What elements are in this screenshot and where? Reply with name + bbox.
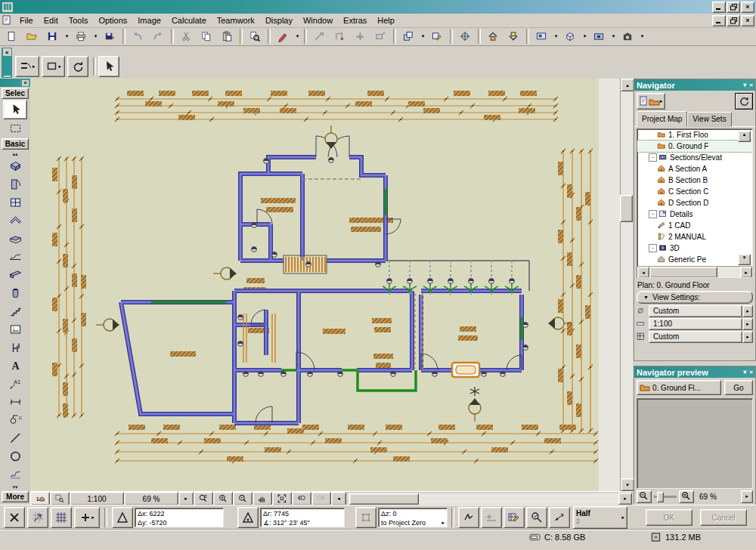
pager-icon[interactable]: ▸ [178, 492, 194, 505]
collapse-chevron-icon[interactable]: ▾▾ [4, 484, 26, 490]
snap-grid-combo[interactable]: Half 2 ▸ [573, 506, 627, 529]
snap-points-button[interactable] [549, 507, 570, 528]
tree-item-sections-elevat[interactable]: -Sections/Elevat [637, 152, 752, 163]
tool-dimension[interactable] [4, 393, 26, 411]
setting-value[interactable]: Custom [649, 331, 742, 343]
menu-help[interactable]: Help [372, 14, 400, 26]
close-icon[interactable]: × [741, 2, 754, 13]
nextzoom-button[interactable] [311, 492, 331, 505]
zoom-button[interactable]: 69 % [124, 492, 178, 505]
tool-slab[interactable] [4, 230, 26, 248]
layers-menu-icon[interactable]: ▾ [419, 28, 427, 45]
origin-button[interactable] [455, 27, 476, 45]
win3d-button[interactable] [589, 27, 609, 45]
tree-h-scroll-thumb[interactable] [649, 267, 717, 278]
floor-plan-canvas[interactable] [30, 79, 620, 491]
tree-item-0-ground-f[interactable]: 0. Ground F [637, 141, 752, 152]
setting-value[interactable]: Custom [649, 305, 742, 317]
tree-item-2-manual[interactable]: 2 MANUAL [637, 231, 752, 243]
navigator-preview-titlebar[interactable]: Navigator preview ▾ × [634, 366, 755, 378]
tool-wall[interactable] [4, 157, 26, 175]
tree-item-generic-pe[interactable]: Generic Pe [637, 254, 752, 265]
horizontal-scrollbar[interactable] [348, 493, 618, 504]
toolbar-close-icon[interactable]: × [3, 48, 11, 56]
proj3d-button[interactable] [560, 27, 581, 45]
redo-button[interactable] [148, 27, 169, 45]
tree-item-a-section-a[interactable]: A Section A [637, 163, 752, 175]
scroll-down-icon[interactable]: ▾ [621, 478, 634, 491]
gravity-button[interactable] [526, 507, 547, 528]
scale-button[interactable]: 1:100 [70, 492, 124, 505]
print-button[interactable] [71, 27, 91, 45]
save-menu-icon[interactable]: ▾ [63, 28, 71, 45]
zoompct-button[interactable] [194, 492, 213, 505]
publish-button[interactable] [100, 27, 120, 45]
toolbar-grip[interactable]: × [2, 48, 12, 78]
vertical-scrollbar[interactable]: ▴ ▾ [620, 79, 633, 491]
refresh-icon[interactable] [735, 93, 753, 110]
cursor-button[interactable] [98, 56, 119, 77]
open-button[interactable] [22, 27, 42, 45]
grid-snap-button[interactable] [27, 507, 48, 528]
menu-options[interactable]: Options [93, 14, 132, 26]
print-menu-icon[interactable]: ▾ [91, 28, 100, 45]
z-coords-button[interactable] [355, 507, 376, 528]
tool-arrow[interactable] [3, 100, 27, 119]
tree-expander-icon[interactable]: - [649, 153, 657, 162]
menu-window[interactable]: Window [298, 14, 338, 26]
menu-image[interactable]: Image [132, 14, 166, 26]
tree-item-3d[interactable]: -3D [637, 243, 752, 254]
view-setting-row[interactable]: Custom▸ [637, 305, 753, 317]
relative-coords-button[interactable] [458, 507, 479, 528]
tool-picture[interactable] [4, 320, 26, 338]
tool-roof[interactable] [4, 212, 26, 230]
layers-button[interactable] [398, 27, 419, 45]
doc-restore-button[interactable] [727, 15, 740, 26]
grid-rotate-button[interactable] [503, 507, 525, 528]
view-setting-row[interactable]: Custom▸ [637, 331, 753, 342]
cut-button[interactable] [176, 27, 197, 45]
tool-marquee[interactable] [4, 119, 26, 138]
menu-teamwork[interactable]: Teamwork [212, 14, 260, 26]
z-coords-field[interactable]: Δz: 0 to Project Zero▸ [378, 508, 448, 527]
wallmethod-button[interactable]: ▸ [15, 56, 39, 77]
go-button[interactable]: Go [724, 380, 753, 395]
grid-display-button[interactable] [51, 507, 72, 528]
preview-menu-icon[interactable]: ▸ [741, 490, 753, 503]
preview-close-icon[interactable]: × [749, 369, 753, 375]
fit-button[interactable] [272, 492, 292, 505]
setting-menu-icon[interactable]: ▸ [742, 331, 753, 343]
pager-icon[interactable]: ◂ [331, 492, 346, 505]
view-settings-bar[interactable]: ▼ View Settings: [637, 291, 753, 304]
tree-item-details[interactable]: -Details [637, 209, 752, 220]
tool-object[interactable] [4, 338, 26, 357]
zoomout-button[interactable] [233, 492, 253, 505]
wallmethod-flyout-icon[interactable]: ▸ [33, 63, 36, 70]
storydown-button[interactable] [503, 27, 524, 45]
setting-menu-icon[interactable]: ▸ [742, 318, 753, 330]
snap-grid-menu-icon[interactable]: ▸ [621, 514, 624, 521]
project-chooser-button[interactable]: ▸ [637, 93, 665, 110]
menu-calculate[interactable]: Calculate [166, 14, 212, 26]
rotatemethod-button[interactable] [67, 56, 88, 77]
preview-item-button[interactable]: 0. Ground Fl... [637, 380, 721, 395]
toolbox-more-label[interactable]: More [2, 491, 29, 502]
quicklayers-button[interactable] [427, 27, 448, 45]
tool-leveldim[interactable]: 12 [4, 411, 26, 429]
cancel-button[interactable]: Cancel [700, 509, 747, 526]
expand-chevron-icon[interactable]: ▴▴ [4, 150, 26, 157]
paste-button[interactable] [217, 27, 237, 45]
vertical-scroll-thumb[interactable] [620, 195, 633, 222]
reference-menu-icon[interactable]: ▸ [442, 518, 445, 527]
doc-minimize-button[interactable] [712, 15, 726, 26]
menu-file[interactable]: File [14, 14, 39, 26]
find-button[interactable] [245, 27, 265, 45]
menu-display[interactable]: Display [260, 14, 298, 26]
ok-button[interactable]: OK [646, 509, 692, 526]
tool-fill[interactable] [4, 465, 26, 484]
scroll-right-icon[interactable]: ▸ [618, 493, 632, 505]
tree-scroll-up-icon[interactable]: ▴ [738, 131, 751, 142]
tree-scroll-left-icon[interactable]: ◂ [637, 267, 649, 278]
add-coordinate-button[interactable]: ▸ [74, 507, 100, 528]
xy-coords-button[interactable] [112, 507, 133, 528]
